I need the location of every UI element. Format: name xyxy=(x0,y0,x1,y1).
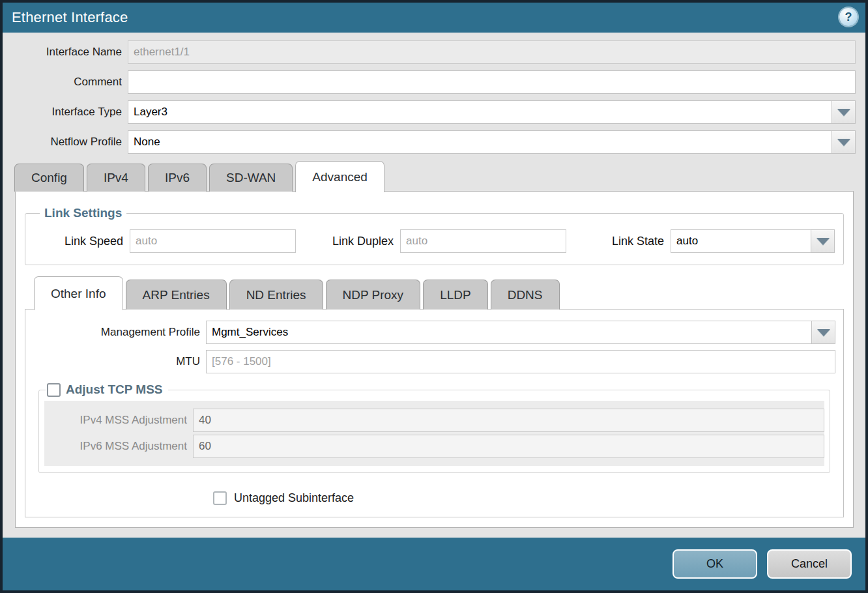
chevron-down-icon xyxy=(837,139,850,146)
management-profile-label: Management Profile xyxy=(33,326,206,339)
titlebar: Ethernet Interface ? xyxy=(3,3,865,33)
tab-other-info[interactable]: Other Info xyxy=(34,276,123,310)
tab-ipv4[interactable]: IPv4 xyxy=(87,164,145,192)
link-duplex-input[interactable] xyxy=(400,229,566,253)
interface-type-row: Interface Type xyxy=(3,100,856,124)
tab-lldp[interactable]: LLDP xyxy=(423,280,488,310)
ethernet-interface-dialog: Ethernet Interface ? Interface Name Comm… xyxy=(0,0,868,593)
netflow-profile-input[interactable] xyxy=(128,130,832,154)
tab-ipv6[interactable]: IPv6 xyxy=(148,164,207,192)
link-state-input[interactable] xyxy=(671,229,811,253)
interface-type-input[interactable] xyxy=(128,100,832,124)
sub-tab-bar: Other Info ARP Entries ND Entries NDP Pr… xyxy=(25,276,844,310)
ipv6-mss-input xyxy=(193,435,824,458)
comment-label: Comment xyxy=(3,76,128,89)
management-profile-dropdown-button[interactable] xyxy=(811,321,835,344)
chevron-down-icon xyxy=(837,109,850,116)
untagged-subinterface-checkbox[interactable] xyxy=(213,491,227,505)
netflow-profile-label: Netflow Profile xyxy=(3,136,128,149)
tab-ndp-proxy[interactable]: NDP Proxy xyxy=(326,280,421,310)
link-settings-fieldset: Link Settings Link Speed Link Duplex Lin… xyxy=(25,206,844,265)
chevron-down-icon xyxy=(817,238,830,245)
mss-disabled-area: IPv4 MSS Adjustment IPv6 MSS Adjustment xyxy=(44,401,824,466)
ipv4-mss-label: IPv4 MSS Adjustment xyxy=(44,414,193,427)
management-profile-row: Management Profile xyxy=(33,321,835,344)
interface-name-label: Interface Name xyxy=(3,46,128,59)
interface-name-row: Interface Name xyxy=(3,40,856,64)
adjust-tcp-mss-checkbox[interactable] xyxy=(47,383,61,397)
link-settings-legend: Link Settings xyxy=(40,206,126,220)
link-state-label: Link State xyxy=(571,235,671,248)
ok-button[interactable]: OK xyxy=(673,549,757,579)
ipv4-mss-input xyxy=(193,409,824,432)
untagged-subinterface-label: Untagged Subinterface xyxy=(234,491,354,505)
chevron-down-icon xyxy=(817,329,830,336)
main-tab-bar: Config IPv4 IPv6 SD-WAN Advanced xyxy=(3,160,865,192)
link-state-dropdown-button[interactable] xyxy=(811,229,835,253)
interface-name-input xyxy=(128,40,856,64)
tab-config[interactable]: Config xyxy=(14,164,84,192)
mtu-row: MTU xyxy=(33,350,835,373)
other-info-panel: Management Profile MTU xyxy=(25,309,844,517)
comment-input[interactable] xyxy=(128,70,856,94)
mtu-input[interactable] xyxy=(206,350,835,373)
interface-type-dropdown-button[interactable] xyxy=(832,100,856,124)
dialog-body: Interface Name Comment Interface Type Ne… xyxy=(3,33,865,538)
dialog-title: Ethernet Interface xyxy=(12,9,128,26)
netflow-profile-row: Netflow Profile xyxy=(3,130,856,154)
untagged-subinterface-row: Untagged Subinterface xyxy=(33,491,835,505)
netflow-profile-dropdown-button[interactable] xyxy=(832,130,856,154)
dialog-footer: OK Cancel xyxy=(3,538,865,590)
link-speed-input[interactable] xyxy=(130,229,296,253)
advanced-tab-panel: Link Settings Link Speed Link Duplex Lin… xyxy=(15,191,854,528)
adjust-tcp-mss-fieldset: Adjust TCP MSS IPv4 MSS Adjustment IPv6 … xyxy=(38,383,830,473)
tab-advanced[interactable]: Advanced xyxy=(295,161,384,192)
comment-row: Comment xyxy=(3,70,856,94)
link-settings-row: Link Speed Link Duplex Link State xyxy=(32,225,837,253)
help-icon[interactable]: ? xyxy=(839,8,858,26)
link-duplex-label: Link Duplex xyxy=(301,235,400,248)
tab-sdwan[interactable]: SD-WAN xyxy=(209,164,293,192)
mtu-label: MTU xyxy=(33,355,206,368)
ipv4-mss-row: IPv4 MSS Adjustment xyxy=(44,409,824,432)
tab-arp-entries[interactable]: ARP Entries xyxy=(126,280,227,310)
interface-type-label: Interface Type xyxy=(3,106,128,119)
link-speed-label: Link Speed xyxy=(32,235,130,248)
tab-ddns[interactable]: DDNS xyxy=(491,280,560,310)
adjust-tcp-mss-legend: Adjust TCP MSS xyxy=(46,383,168,397)
ipv6-mss-row: IPv6 MSS Adjustment xyxy=(44,435,824,458)
tab-nd-entries[interactable]: ND Entries xyxy=(229,280,323,310)
adjust-tcp-mss-caption: Adjust TCP MSS xyxy=(66,383,163,397)
ipv6-mss-label: IPv6 MSS Adjustment xyxy=(44,440,193,453)
management-profile-input[interactable] xyxy=(206,321,812,344)
cancel-button[interactable]: Cancel xyxy=(767,549,852,579)
